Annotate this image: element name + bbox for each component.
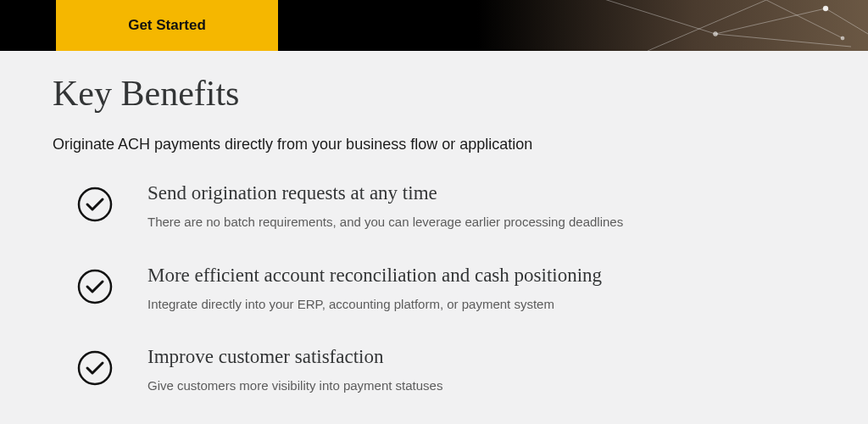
benefit-item: More efficient account reconciliation an… xyxy=(53,265,815,315)
check-icon xyxy=(76,268,114,305)
svg-line-2 xyxy=(715,34,851,47)
svg-point-7 xyxy=(823,6,828,11)
benefit-title: More efficient account reconciliation an… xyxy=(147,265,639,287)
svg-point-6 xyxy=(714,32,718,36)
svg-line-0 xyxy=(580,0,715,34)
page-title: Key Benefits xyxy=(53,73,815,114)
network-decoration xyxy=(546,0,868,51)
svg-point-11 xyxy=(79,352,111,384)
content-section: Key Benefits Originate ACH payments dire… xyxy=(0,51,868,396)
svg-line-3 xyxy=(826,8,868,34)
svg-point-8 xyxy=(841,36,844,40)
benefit-item: Improve customer satisfaction Give custo… xyxy=(53,346,815,396)
check-icon xyxy=(76,186,114,223)
svg-line-4 xyxy=(648,0,766,51)
svg-point-10 xyxy=(79,271,111,303)
benefit-item: Send origination requests at any time Th… xyxy=(53,182,815,232)
get-started-button[interactable]: Get Started xyxy=(56,0,278,51)
svg-line-5 xyxy=(766,0,843,38)
benefit-desc: Give customers more visibility into paym… xyxy=(147,377,639,396)
benefit-desc: There are no batch requirements, and you… xyxy=(147,213,639,232)
benefit-title: Improve customer satisfaction xyxy=(147,346,639,368)
benefit-desc: Integrate directly into your ERP, accoun… xyxy=(147,295,639,315)
page-subtitle: Originate ACH payments directly from you… xyxy=(53,136,815,153)
check-icon xyxy=(76,349,114,387)
hero-banner: Get Started xyxy=(0,0,868,51)
benefit-title: Send origination requests at any time xyxy=(147,182,639,204)
svg-point-9 xyxy=(79,188,111,220)
